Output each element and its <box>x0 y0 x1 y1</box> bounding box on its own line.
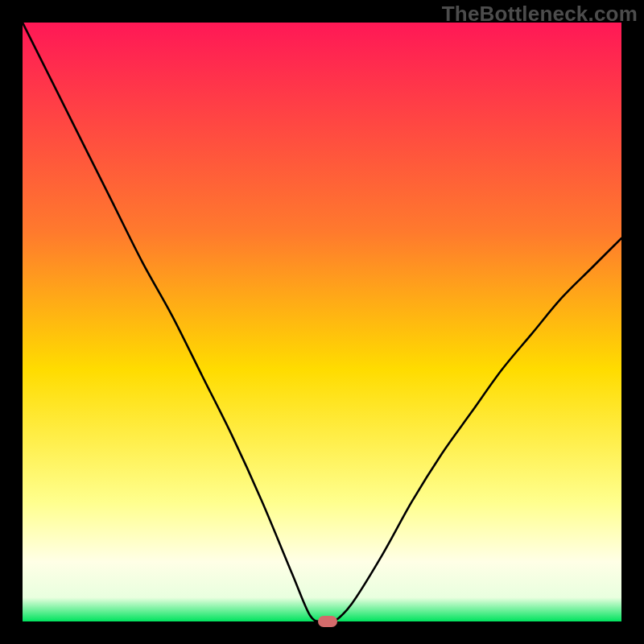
watermark-text: TheBottleneck.com <box>442 2 638 27</box>
min-marker <box>318 616 337 627</box>
plot-area <box>23 23 621 621</box>
background-gradient <box>23 23 621 621</box>
plot-svg <box>23 23 621 621</box>
chart-container: TheBottleneck.com <box>0 0 644 644</box>
